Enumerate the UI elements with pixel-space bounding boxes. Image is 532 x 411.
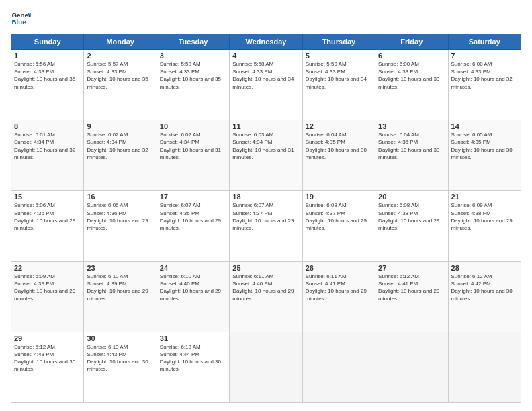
day-number: 29 — [14, 334, 81, 342]
day-number: 6 — [378, 52, 445, 60]
day-number: 9 — [87, 122, 153, 130]
day-detail: Sunrise: 6:10 AMSunset: 4:39 PMDaylight:… — [87, 273, 148, 302]
weekday-header-row: SundayMondayTuesdayWednesdayThursdayFrid… — [11, 34, 521, 50]
calendar-cell: 2Sunrise: 5:57 AMSunset: 4:33 PMDaylight… — [84, 50, 157, 120]
weekday-header-wednesday: Wednesday — [230, 34, 302, 50]
day-detail: Sunrise: 6:02 AMSunset: 4:34 PMDaylight:… — [160, 132, 221, 161]
day-detail: Sunrise: 6:13 AMSunset: 4:43 PMDaylight:… — [87, 344, 148, 373]
day-detail: Sunrise: 6:04 AMSunset: 4:35 PMDaylight:… — [306, 132, 367, 161]
calendar-week-1: 1Sunrise: 5:56 AMSunset: 4:33 PMDaylight… — [11, 50, 521, 120]
calendar-week-4: 22Sunrise: 6:09 AMSunset: 4:39 PMDayligh… — [11, 261, 521, 332]
day-number: 4 — [232, 52, 299, 60]
calendar-cell: 24Sunrise: 6:10 AMSunset: 4:40 PMDayligh… — [157, 261, 229, 332]
calendar-cell: 5Sunrise: 5:59 AMSunset: 4:33 PMDaylight… — [302, 50, 375, 120]
calendar-cell: 21Sunrise: 6:09 AMSunset: 4:38 PMDayligh… — [448, 191, 521, 261]
svg-text:Blue: Blue — [12, 18, 27, 26]
day-number: 21 — [451, 193, 518, 201]
weekday-header-friday: Friday — [375, 34, 448, 50]
calendar-cell: 29Sunrise: 6:12 AMSunset: 4:43 PMDayligh… — [11, 332, 84, 402]
calendar-cell: 3Sunrise: 5:58 AMSunset: 4:33 PMDaylight… — [157, 50, 229, 120]
calendar-week-3: 15Sunrise: 6:06 AMSunset: 4:36 PMDayligh… — [11, 191, 521, 261]
day-number: 25 — [232, 264, 299, 272]
day-detail: Sunrise: 6:11 AMSunset: 4:41 PMDaylight:… — [306, 273, 367, 302]
day-detail: Sunrise: 6:03 AMSunset: 4:34 PMDaylight:… — [232, 132, 294, 161]
day-number: 13 — [378, 122, 445, 130]
day-number: 24 — [160, 264, 226, 272]
day-detail: Sunrise: 6:06 AMSunset: 4:36 PMDaylight:… — [14, 202, 75, 231]
day-detail: Sunrise: 6:04 AMSunset: 4:35 PMDaylight:… — [378, 132, 439, 161]
calendar-cell: 14Sunrise: 6:05 AMSunset: 4:35 PMDayligh… — [448, 120, 521, 191]
day-number: 26 — [306, 264, 372, 272]
calendar-cell — [302, 332, 375, 402]
day-detail: Sunrise: 6:00 AMSunset: 4:33 PMDaylight:… — [451, 61, 513, 90]
day-detail: Sunrise: 6:06 AMSunset: 4:36 PMDaylight:… — [87, 202, 148, 231]
day-number: 14 — [451, 122, 518, 130]
weekday-header-sunday: Sunday — [11, 34, 84, 50]
calendar-cell — [448, 332, 521, 402]
day-number: 10 — [160, 122, 226, 130]
day-detail: Sunrise: 6:01 AMSunset: 4:34 PMDaylight:… — [14, 132, 75, 161]
day-number: 12 — [306, 122, 372, 130]
calendar-cell: 20Sunrise: 6:08 AMSunset: 4:38 PMDayligh… — [375, 191, 448, 261]
calendar-cell: 19Sunrise: 6:08 AMSunset: 4:37 PMDayligh… — [302, 191, 375, 261]
day-number: 18 — [232, 193, 299, 201]
calendar-cell: 7Sunrise: 6:00 AMSunset: 4:33 PMDaylight… — [448, 50, 521, 120]
calendar-cell: 6Sunrise: 6:00 AMSunset: 4:33 PMDaylight… — [375, 50, 448, 120]
day-number: 15 — [14, 193, 81, 201]
calendar-week-5: 29Sunrise: 6:12 AMSunset: 4:43 PMDayligh… — [11, 332, 521, 402]
day-detail: Sunrise: 6:08 AMSunset: 4:37 PMDaylight:… — [306, 202, 367, 231]
day-number: 5 — [306, 52, 372, 60]
calendar-cell: 17Sunrise: 6:07 AMSunset: 4:36 PMDayligh… — [157, 191, 229, 261]
day-detail: Sunrise: 6:12 AMSunset: 4:43 PMDaylight:… — [14, 344, 75, 373]
day-number: 20 — [378, 193, 445, 201]
day-number: 16 — [87, 193, 153, 201]
calendar-cell: 30Sunrise: 6:13 AMSunset: 4:43 PMDayligh… — [84, 332, 157, 402]
day-detail: Sunrise: 6:10 AMSunset: 4:40 PMDaylight:… — [160, 273, 221, 302]
calendar-cell: 8Sunrise: 6:01 AMSunset: 4:34 PMDaylight… — [11, 120, 84, 191]
calendar-cell: 25Sunrise: 6:11 AMSunset: 4:40 PMDayligh… — [230, 261, 302, 332]
calendar-cell: 4Sunrise: 5:58 AMSunset: 4:33 PMDaylight… — [230, 50, 302, 120]
day-detail: Sunrise: 6:11 AMSunset: 4:40 PMDaylight:… — [232, 273, 294, 302]
day-number: 28 — [451, 264, 518, 272]
day-detail: Sunrise: 5:57 AMSunset: 4:33 PMDaylight:… — [87, 61, 148, 90]
day-number: 30 — [87, 334, 153, 342]
day-number: 22 — [14, 264, 81, 272]
day-number: 1 — [14, 52, 81, 60]
day-number: 17 — [160, 193, 226, 201]
calendar-cell: 28Sunrise: 6:12 AMSunset: 4:42 PMDayligh… — [448, 261, 521, 332]
day-detail: Sunrise: 6:13 AMSunset: 4:44 PMDaylight:… — [160, 344, 221, 373]
logo-icon: General Blue — [11, 8, 31, 28]
calendar-cell: 23Sunrise: 6:10 AMSunset: 4:39 PMDayligh… — [84, 261, 157, 332]
page: General Blue SundayMondayTuesdayWednesda… — [0, 0, 532, 411]
day-detail: Sunrise: 6:00 AMSunset: 4:33 PMDaylight:… — [378, 61, 439, 90]
calendar-cell: 9Sunrise: 6:02 AMSunset: 4:34 PMDaylight… — [84, 120, 157, 191]
day-detail: Sunrise: 5:58 AMSunset: 4:33 PMDaylight:… — [232, 61, 294, 90]
calendar-cell — [230, 332, 302, 402]
day-number: 2 — [87, 52, 153, 60]
calendar-header: SundayMondayTuesdayWednesdayThursdayFrid… — [11, 34, 521, 50]
calendar-week-2: 8Sunrise: 6:01 AMSunset: 4:34 PMDaylight… — [11, 120, 521, 191]
day-detail: Sunrise: 5:58 AMSunset: 4:33 PMDaylight:… — [160, 61, 221, 90]
logo: General Blue — [11, 8, 31, 28]
calendar-cell: 31Sunrise: 6:13 AMSunset: 4:44 PMDayligh… — [157, 332, 229, 402]
day-detail: Sunrise: 6:12 AMSunset: 4:41 PMDaylight:… — [378, 273, 439, 302]
calendar-cell: 10Sunrise: 6:02 AMSunset: 4:34 PMDayligh… — [157, 120, 229, 191]
day-number: 31 — [160, 334, 226, 342]
day-number: 11 — [232, 122, 299, 130]
day-detail: Sunrise: 6:08 AMSunset: 4:38 PMDaylight:… — [378, 202, 439, 231]
weekday-header-saturday: Saturday — [448, 34, 521, 50]
weekday-header-tuesday: Tuesday — [157, 34, 229, 50]
calendar-cell: 18Sunrise: 6:07 AMSunset: 4:37 PMDayligh… — [230, 191, 302, 261]
day-detail: Sunrise: 6:07 AMSunset: 4:36 PMDaylight:… — [160, 202, 221, 231]
day-detail: Sunrise: 6:09 AMSunset: 4:39 PMDaylight:… — [14, 273, 75, 302]
day-detail: Sunrise: 6:02 AMSunset: 4:34 PMDaylight:… — [87, 132, 148, 161]
calendar-cell — [375, 332, 448, 402]
calendar-cell: 26Sunrise: 6:11 AMSunset: 4:41 PMDayligh… — [302, 261, 375, 332]
calendar-body: 1Sunrise: 5:56 AMSunset: 4:33 PMDaylight… — [11, 50, 521, 403]
day-number: 27 — [378, 264, 445, 272]
calendar-cell: 13Sunrise: 6:04 AMSunset: 4:35 PMDayligh… — [375, 120, 448, 191]
calendar-cell: 1Sunrise: 5:56 AMSunset: 4:33 PMDaylight… — [11, 50, 84, 120]
day-detail: Sunrise: 6:12 AMSunset: 4:42 PMDaylight:… — [451, 273, 513, 302]
calendar-cell: 16Sunrise: 6:06 AMSunset: 4:36 PMDayligh… — [84, 191, 157, 261]
day-detail: Sunrise: 5:59 AMSunset: 4:33 PMDaylight:… — [306, 61, 367, 90]
